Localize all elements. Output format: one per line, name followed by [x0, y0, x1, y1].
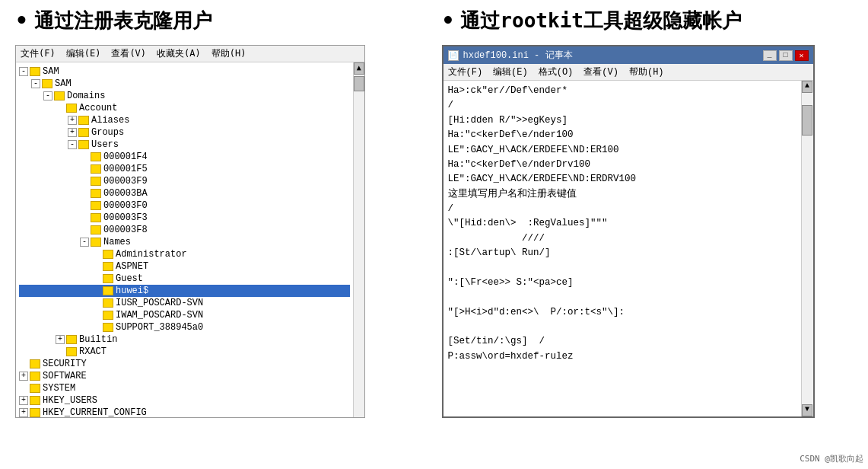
notepad-win-buttons: _ □ ✕ — [763, 50, 809, 61]
tree-node-support[interactable]: SUPPORT_388945a0 — [19, 321, 350, 333]
right-title: • 通过rootkit工具超级隐藏帐户 — [442, 8, 854, 34]
expand-icon-aliases[interactable]: + — [68, 116, 77, 125]
expand-icon-hkey-current-config[interactable]: + — [19, 408, 28, 417]
tree-label-rxact: RXACT — [79, 346, 107, 357]
scrollbar-thumb-reg[interactable] — [354, 76, 364, 91]
menu-favorites[interactable]: 收藏夹(A) — [157, 47, 201, 60]
close-button[interactable]: ✕ — [795, 50, 809, 61]
expand-icon-builtin[interactable]: + — [56, 335, 65, 344]
notepad-scrollbar[interactable]: ▲ ▼ — [801, 81, 813, 416]
tree-node-users[interactable]: - Users — [19, 139, 350, 151]
registry-scrollbar[interactable]: ▲ — [353, 62, 364, 417]
registry-menubar: 文件(F) 编辑(E) 查看(V) 收藏夹(A) 帮助(H) — [16, 46, 364, 62]
bullet-right: • — [442, 11, 455, 32]
tree-node-000001f4[interactable]: 000001F4 — [19, 151, 350, 163]
folder-icon-000001f5 — [91, 164, 101, 174]
tree-label-sam-root: SAM — [43, 66, 59, 77]
tree-node-aliases[interactable]: + Aliases — [19, 114, 350, 126]
tree-node-system[interactable]: SYSTEM — [19, 382, 350, 394]
tree-node-sam[interactable]: - SAM — [19, 78, 350, 90]
tree-node-000003f0[interactable]: 000003F0 — [19, 199, 350, 212]
left-panel: • 通过注册表克隆用户 文件(F) 编辑(E) 查看(V) 收藏夹(A) 帮助(… — [15, 8, 434, 461]
np-menu-format[interactable]: 格式(O) — [539, 65, 574, 78]
np-scrollbar-thumb[interactable] — [802, 105, 812, 136]
folder-icon-aspnet — [103, 262, 113, 271]
tree-node-builtin[interactable]: + Builtin — [19, 333, 350, 346]
tree-node-000003f8[interactable]: 000003F8 — [19, 224, 350, 236]
np-scrollbar-up[interactable]: ▲ — [802, 81, 812, 93]
folder-icon-000003f9 — [91, 177, 101, 186]
folder-icon-rxact — [66, 347, 77, 356]
tree-label-000003f9: 000003F9 — [103, 176, 148, 187]
expand-icon-domains[interactable]: - — [43, 91, 52, 100]
menu-view[interactable]: 查看(V) — [111, 47, 146, 60]
np-menu-view[interactable]: 查看(V) — [583, 65, 618, 78]
tree-node-groups[interactable]: + Groups — [19, 126, 350, 139]
np-menu-file[interactable]: 文件(F) — [448, 65, 483, 78]
tree-label-groups: Groups — [91, 127, 124, 138]
folder-icon-names — [91, 238, 101, 247]
expand-icon-groups[interactable]: + — [68, 128, 77, 137]
folder-icon-security — [30, 359, 40, 368]
tree-node-sam-root[interactable]: - SAM — [19, 65, 350, 78]
expand-icon-names[interactable]: - — [80, 238, 89, 247]
tree-node-administrator[interactable]: Administrator — [19, 248, 350, 260]
tree-node-huwei[interactable]: huwei$ — [19, 285, 350, 297]
menu-help[interactable]: 帮助(H) — [211, 47, 246, 60]
tree-label-guest: Guest — [116, 273, 143, 284]
expand-icon-sam[interactable]: - — [31, 79, 40, 88]
tree-node-guest[interactable]: Guest — [19, 273, 350, 285]
tree-label-names: Names — [103, 237, 131, 247]
tree-node-000001f5[interactable]: 000001F5 — [19, 163, 350, 175]
tree-node-hkey-users[interactable]: + HKEY_USERS — [19, 394, 350, 407]
tree-node-account[interactable]: Account — [19, 102, 350, 114]
registry-tree-area: - SAM - SAM - Domains — [16, 62, 364, 417]
minimize-button[interactable]: _ — [763, 50, 777, 61]
menu-file[interactable]: 文件(F) — [21, 47, 56, 60]
registry-tree[interactable]: - SAM - SAM - Domains — [16, 62, 353, 417]
folder-icon-builtin — [66, 335, 77, 344]
expand-icon-sam-root[interactable]: - — [19, 67, 28, 76]
tree-label-hkey-current-config: HKEY_CURRENT_CONFIG — [43, 407, 147, 417]
tree-label-software: SOFTWARE — [43, 371, 87, 381]
tree-label-support: SUPPORT_388945a0 — [116, 322, 203, 333]
np-menu-edit[interactable]: 编辑(E) — [493, 65, 528, 78]
folder-icon-000003ba — [91, 189, 101, 198]
folder-icon-domains — [54, 91, 65, 100]
folder-icon-hkey-current-config — [30, 408, 40, 417]
folder-icon-guest — [103, 274, 113, 283]
np-menu-help[interactable]: 帮助(H) — [629, 65, 664, 78]
tree-label-builtin: Builtin — [79, 334, 117, 345]
registry-window: 文件(F) 编辑(E) 查看(V) 收藏夹(A) 帮助(H) - SAM - — [15, 45, 365, 418]
folder-icon-sam — [42, 79, 52, 88]
notepad-app-icon: 📄 — [448, 50, 459, 61]
tree-node-iusr[interactable]: IUSR_POSCARD-SVN — [19, 297, 350, 309]
tree-node-000003f9[interactable]: 000003F9 — [19, 175, 350, 187]
tree-node-000003ba[interactable]: 000003BA — [19, 187, 350, 199]
tree-label-000003f3: 000003F3 — [103, 212, 148, 223]
maximize-button[interactable]: □ — [779, 50, 793, 61]
folder-icon-000003f0 — [91, 201, 101, 210]
notepad-titlebar: 📄 hxdef100.ini - 记事本 _ □ ✕ — [444, 46, 813, 64]
tree-label-account: Account — [79, 103, 117, 113]
menu-edit[interactable]: 编辑(E) — [66, 47, 101, 60]
tree-node-software[interactable]: + SOFTWARE — [19, 370, 350, 382]
tree-node-security[interactable]: SECURITY — [19, 358, 350, 370]
tree-label-000003ba: 000003BA — [103, 188, 148, 199]
tree-node-iwam[interactable]: IWAM_POSCARD-SVN — [19, 309, 350, 321]
tree-node-hkey-current-config[interactable]: + HKEY_CURRENT_CONFIG — [19, 407, 350, 417]
tree-node-aspnet[interactable]: ASPNET — [19, 260, 350, 273]
expand-icon-software[interactable]: + — [19, 372, 28, 381]
right-panel: • 通过rootkit工具超级隐藏帐户 📄 hxdef100.ini - 记事本… — [434, 8, 854, 461]
scrollbar-up[interactable]: ▲ — [354, 62, 364, 75]
bullet-left: • — [15, 11, 28, 32]
tree-node-domains[interactable]: - Domains — [19, 90, 350, 102]
tree-node-000003f3[interactable]: 000003F3 — [19, 212, 350, 224]
tree-label-aspnet: ASPNET — [116, 261, 148, 272]
tree-node-names[interactable]: - Names — [19, 236, 350, 248]
np-scrollbar-down[interactable]: ▼ — [802, 404, 812, 416]
expand-icon-users[interactable]: - — [68, 140, 77, 149]
tree-node-rxact[interactable]: RXACT — [19, 346, 350, 358]
notepad-text-content[interactable]: Ha>:ck"er//Def\ender* / [Hi:dden R/">>eg… — [444, 81, 801, 416]
expand-icon-hkey-users[interactable]: + — [19, 396, 28, 405]
